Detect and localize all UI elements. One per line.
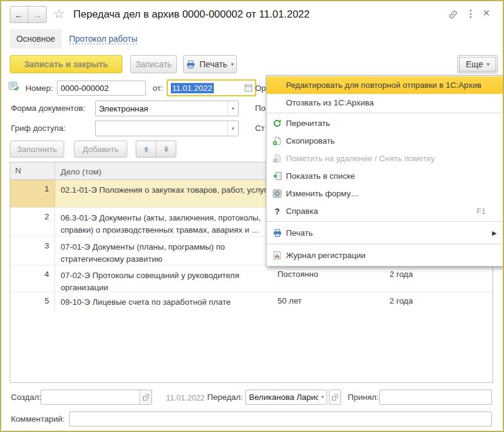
- received-input[interactable]: [379, 390, 492, 405]
- open-icon: [331, 394, 339, 401]
- more-actions-label: Еще: [466, 59, 483, 69]
- date-selected-text: 11.01.2022: [171, 83, 214, 93]
- menu-item-mark-deletion: Пометить на удаление / Снять пометку: [267, 150, 504, 167]
- nav-button-group: ← →: [10, 6, 47, 23]
- printer-icon: [273, 228, 282, 238]
- menu-item-edit-resend[interactable]: Редактировать для повторной отправки в 1…: [267, 76, 504, 94]
- print-label: Печать: [199, 59, 227, 69]
- passed-value: Великанова Лариса: [249, 393, 318, 402]
- tab-protocol-label: Протокол работы: [69, 34, 138, 44]
- doc-form-label: Форма документов:: [11, 104, 85, 113]
- submenu-arrow-icon: ▶: [492, 230, 497, 236]
- created-label: Создал:: [11, 393, 41, 402]
- mark-deletion-icon: [273, 154, 282, 163]
- save-button[interactable]: Записать: [130, 55, 177, 73]
- star-icon: ☆: [53, 7, 65, 21]
- print-button[interactable]: Печать ▾: [183, 55, 237, 73]
- chevron-down-icon: ▾: [231, 126, 234, 131]
- more-actions-button[interactable]: Еще ▾: [457, 55, 498, 73]
- field3-label-cut: Ст: [255, 124, 266, 133]
- change-form-icon: [273, 189, 282, 198]
- grif-label: Гриф доступа:: [11, 124, 65, 133]
- forward-button[interactable]: →: [28, 7, 46, 22]
- arrow-up-icon: [142, 145, 150, 153]
- comment-input[interactable]: [69, 411, 492, 427]
- menu-item-show-in-list[interactable]: Показать в списке: [267, 167, 504, 185]
- created-input[interactable]: [41, 390, 152, 405]
- show-in-list-icon: [273, 171, 282, 181]
- chevron-down-icon: ▾: [231, 106, 234, 111]
- chevron-down-icon: ▾: [486, 62, 489, 67]
- add-button[interactable]: Добавить: [74, 141, 127, 158]
- move-up-button[interactable]: [136, 141, 156, 157]
- document-window: ← → ☆ Передача дел в архив 0000-000002 о…: [0, 0, 504, 432]
- tab-protocol[interactable]: Протокол работы: [69, 33, 138, 44]
- menu-item-copy[interactable]: Скопировать: [267, 132, 504, 150]
- save-label: Записать: [136, 59, 172, 69]
- menu-shortcut: F1: [477, 207, 486, 216]
- passed-combo[interactable]: Великанова Лариса ▾: [245, 390, 327, 405]
- menu-item-recall[interactable]: Отозвать из 1С:Архива: [267, 94, 504, 111]
- org-label-cut: Ор: [255, 84, 266, 93]
- menu-separator: [267, 244, 504, 244]
- doc-form-combo[interactable]: Электронная ▾: [95, 101, 239, 116]
- number-input[interactable]: [57, 81, 146, 96]
- kebab-icon: ⋮: [466, 8, 476, 19]
- tab-main[interactable]: Основное: [10, 29, 62, 48]
- created-date: 11.01.2022: [166, 393, 205, 402]
- date-label: от:: [153, 84, 163, 93]
- table-row[interactable]: 4 07-02-Э Протоколы совещаний у руководи…: [10, 265, 492, 292]
- number-label: Номер:: [25, 84, 53, 93]
- favorite-star-button[interactable]: ☆: [53, 7, 65, 21]
- calendar-icon[interactable]: [244, 84, 253, 92]
- chevron-down-icon: ▾: [231, 62, 234, 67]
- fill-button[interactable]: Заполнить: [10, 141, 64, 158]
- chevron-down-icon: ▾: [321, 394, 324, 400]
- tab-main-label: Основное: [16, 34, 55, 44]
- more-window-menu-button[interactable]: ⋮: [466, 8, 476, 19]
- save-and-close-button[interactable]: Записать и закрыть: [10, 55, 122, 73]
- forward-icon: →: [33, 10, 42, 20]
- event-log-icon: [273, 251, 282, 260]
- move-down-button[interactable]: [156, 141, 176, 157]
- move-row-group: [136, 141, 176, 158]
- date-input[interactable]: 11.01.2022: [167, 79, 256, 96]
- col-header-n[interactable]: N: [10, 162, 55, 179]
- close-window-button[interactable]: ×: [483, 6, 490, 20]
- back-icon: ←: [15, 10, 24, 20]
- passed-open-button[interactable]: [329, 390, 341, 405]
- page-title: Передача дел в архив 0000-000002 от 11.0…: [73, 8, 310, 21]
- menu-item-event-log[interactable]: Журнал регистрации: [267, 245, 504, 265]
- help-icon: ?: [273, 207, 282, 216]
- menu-item-help[interactable]: ? Справка F1: [267, 202, 504, 220]
- menu-item-print[interactable]: Печать ▶: [267, 223, 504, 242]
- add-label: Добавить: [82, 145, 119, 154]
- menu-item-reread[interactable]: Перечитать: [267, 115, 504, 132]
- field2-label-cut: По: [255, 104, 266, 113]
- menu-separator: [267, 113, 504, 113]
- grif-combo[interactable]: ▾: [95, 121, 239, 136]
- passed-label: Передал:: [207, 393, 243, 402]
- received-label: Принял:: [348, 393, 379, 402]
- fill-label: Заполнить: [17, 145, 57, 154]
- copy-icon: [273, 136, 282, 145]
- printer-icon: [186, 60, 196, 69]
- created-open-button[interactable]: [139, 390, 151, 404]
- link-icon: [448, 9, 459, 20]
- close-icon: ×: [483, 6, 490, 19]
- col-header-delo[interactable]: Дело (том): [55, 162, 270, 179]
- save-and-close-label: Записать и закрыть: [24, 59, 108, 69]
- more-actions-menu: Редактировать для повторной отправки в 1…: [266, 75, 504, 267]
- menu-item-change-form[interactable]: Изменить форму…: [267, 185, 504, 202]
- comment-label: Комментарий:: [11, 414, 65, 424]
- open-icon: [142, 394, 150, 401]
- menu-separator: [267, 221, 504, 222]
- copy-link-button[interactable]: [448, 9, 459, 22]
- doc-form-value: Электронная: [99, 104, 148, 113]
- refresh-icon: [273, 119, 282, 128]
- back-button[interactable]: ←: [10, 7, 28, 22]
- arrow-down-icon: [162, 145, 170, 153]
- table-row[interactable]: 5 09-10-Э Лицевые счета по заработной пл…: [10, 292, 492, 312]
- document-written-icon: [8, 81, 20, 94]
